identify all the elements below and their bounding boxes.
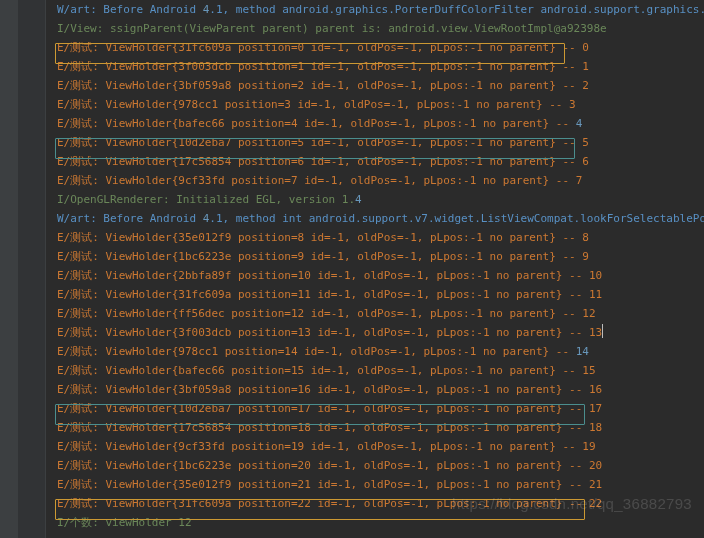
log-tail: 7 — [576, 174, 583, 187]
log-body: : ssignParent(ViewParent parent) parent … — [97, 22, 607, 35]
log-line[interactable]: E/测试: ViewHolder{9cf33fd position=19 id=… — [55, 437, 704, 456]
log-line[interactable]: I/个数: viewHolder 12 — [55, 513, 704, 532]
log-line[interactable]: E/测试: ViewHolder{3f003dcb position=1 id=… — [55, 57, 704, 76]
log-tail: 17 — [589, 402, 602, 415]
log-body: : ViewHolder{2bbfa89f position=10 id=-1,… — [92, 269, 589, 282]
log-line[interactable]: E/测试: ViewHolder{31fc609a position=0 id=… — [55, 38, 704, 57]
log-tail: 6 — [582, 155, 589, 168]
log-body: : ViewHolder{17c56854 position=6 id=-1, … — [92, 155, 582, 168]
log-body: : ViewHolder{3bf059a8 position=2 id=-1, … — [92, 79, 582, 92]
log-line[interactable]: E/测试: ViewHolder{17c56854 position=6 id=… — [55, 152, 704, 171]
log-line[interactable]: E/测试: ViewHolder{31fc609a position=11 id… — [55, 285, 704, 304]
log-tail: 18 — [589, 421, 602, 434]
text-cursor — [602, 324, 603, 338]
log-tag: E/测试 — [57, 383, 92, 396]
log-body: : Before Android — [90, 3, 203, 16]
log-body: : ViewHolder{9cf33fd position=19 id=-1, … — [92, 440, 582, 453]
log-tag: E/测试 — [57, 497, 92, 510]
log-line[interactable]: E/测试: ViewHolder{978cc1 position=3 id=-1… — [55, 95, 704, 114]
watermark-text: https://blog.csdn.net/qq_36882793 — [452, 494, 692, 513]
log-line[interactable]: E/测试: ViewHolder{9cf33fd position=7 id=-… — [55, 171, 704, 190]
log-tail: 0 — [582, 41, 589, 54]
log-body: : ViewHolder{9cf33fd position=7 id=-1, o… — [92, 174, 575, 187]
log-line[interactable]: E/测试: ViewHolder{bafec66 position=15 id=… — [55, 361, 704, 380]
log-line[interactable]: E/测试: ViewHolder{10d2eba7 position=17 id… — [55, 399, 704, 418]
log-tag: E/测试 — [57, 326, 92, 339]
log-tag: E/测试 — [57, 307, 92, 320]
log-tail: 15 — [582, 364, 595, 377]
log-line[interactable]: I/View: ssignParent(ViewParent parent) p… — [55, 19, 704, 38]
logcat-output[interactable]: W/art: Before Android 4.1, method androi… — [55, 0, 704, 532]
log-body: .1, method int android.support.v7.widget… — [209, 212, 704, 225]
log-tag: E/测试 — [57, 155, 92, 168]
log-body: : ViewHolder{17c56854 position=18 id=-1,… — [92, 421, 589, 434]
log-line[interactable]: E/测试: ViewHolder{3bf059a8 position=2 id=… — [55, 76, 704, 95]
log-tag: E/测试 — [57, 98, 92, 111]
log-tag: E/测试 — [57, 117, 92, 130]
log-line[interactable]: E/测试: ViewHolder{ff56dec position=12 id=… — [55, 304, 704, 323]
log-tail: 8 — [582, 231, 589, 244]
log-tail: 2 — [582, 79, 589, 92]
log-body: : ViewHolder{31fc609a position=0 id=-1, … — [92, 41, 582, 54]
log-body: : ViewHolder{3f003dcb position=1 id=-1, … — [92, 60, 582, 73]
log-tail: 11 — [589, 288, 602, 301]
log-tag: E/测试 — [57, 440, 92, 453]
log-tail: 5 — [582, 136, 589, 149]
log-tail: 10 — [589, 269, 602, 282]
log-line[interactable]: E/测试: ViewHolder{3f003dcb position=13 id… — [55, 323, 704, 342]
log-body: : ViewHolder{1bc6223e position=20 id=-1,… — [92, 459, 589, 472]
log-tag: E/测试 — [57, 345, 92, 358]
log-tag: I/View — [57, 22, 97, 35]
log-tail: 9 — [582, 250, 589, 263]
log-tag: E/测试 — [57, 60, 92, 73]
log-line[interactable]: E/测试: ViewHolder{978cc1 position=14 id=-… — [55, 342, 704, 361]
log-tag: I/OpenGLRenderer — [57, 193, 163, 206]
log-tail: 1 — [582, 60, 589, 73]
log-line[interactable]: I/OpenGLRenderer: Initialized EGL, versi… — [55, 190, 704, 209]
log-line[interactable]: E/测试: ViewHolder{35e012f9 position=21 id… — [55, 475, 704, 494]
log-line[interactable]: E/测试: ViewHolder{bafec66 position=4 id=-… — [55, 114, 704, 133]
log-body: : ViewHolder{ff56dec position=12 id=-1, … — [92, 307, 582, 320]
log-tag: E/测试 — [57, 288, 92, 301]
log-tag: W/art — [57, 212, 90, 225]
log-tag: E/测试 — [57, 174, 92, 187]
log-tail: 19 — [582, 440, 595, 453]
log-tag: E/测试 — [57, 269, 92, 282]
log-line[interactable]: E/测试: ViewHolder{1bc6223e position=20 id… — [55, 456, 704, 475]
log-body: : ViewHolder{31fc609a position=11 id=-1,… — [92, 288, 589, 301]
log-body: : ViewHolder{35e012f9 position=8 id=-1, … — [92, 231, 582, 244]
log-body: : ViewHolder{978cc1 position=3 id=-1, ol… — [92, 98, 569, 111]
log-tag: E/测试 — [57, 231, 92, 244]
log-tag: I/个数 — [57, 516, 92, 529]
log-body: : ViewHolder{bafec66 position=4 id=-1, o… — [92, 117, 575, 130]
log-line[interactable]: E/测试: ViewHolder{2bbfa89f position=10 id… — [55, 266, 704, 285]
log-body: : Before Android — [90, 212, 203, 225]
log-body: : ViewHolder{10d2eba7 position=17 id=-1,… — [92, 402, 589, 415]
log-body: : ViewHolder{1bc6223e position=9 id=-1, … — [92, 250, 582, 263]
log-tag: E/测试 — [57, 41, 92, 54]
log-body: : ViewHolder{35e012f9 position=21 id=-1,… — [92, 478, 589, 491]
log-body: : viewHolder 12 — [92, 516, 191, 529]
log-body: : ViewHolder{10d2eba7 position=5 id=-1, … — [92, 136, 582, 149]
log-tag: E/测试 — [57, 79, 92, 92]
log-tag: E/测试 — [57, 421, 92, 434]
log-tag: E/测试 — [57, 402, 92, 415]
log-tag: W/art — [57, 3, 90, 16]
log-line[interactable]: E/测试: ViewHolder{35e012f9 position=8 id=… — [55, 228, 704, 247]
log-body: : ViewHolder{3f003dcb position=13 id=-1,… — [92, 326, 589, 339]
log-tag: E/测试 — [57, 478, 92, 491]
log-tail-number: 14 — [576, 345, 589, 358]
log-tail: 20 — [589, 459, 602, 472]
log-tail: 16 — [589, 383, 602, 396]
log-line[interactable]: W/art: Before Android 4.1, method int an… — [55, 209, 704, 228]
log-tag: E/测试 — [57, 250, 92, 263]
log-line[interactable]: E/测试: ViewHolder{10d2eba7 position=5 id=… — [55, 133, 704, 152]
log-body: : Initialized EGL, version 1. — [163, 193, 355, 206]
log-line[interactable]: E/测试: ViewHolder{17c56854 position=18 id… — [55, 418, 704, 437]
gutter-bar — [0, 0, 18, 538]
log-body: : ViewHolder{bafec66 position=15 id=-1, … — [92, 364, 582, 377]
log-line[interactable]: W/art: Before Android 4.1, method androi… — [55, 0, 704, 19]
log-body: .1, method android.graphics.PorterDuffCo… — [209, 3, 704, 16]
log-line[interactable]: E/测试: ViewHolder{3bf059a8 position=16 id… — [55, 380, 704, 399]
log-line[interactable]: E/测试: ViewHolder{1bc6223e position=9 id=… — [55, 247, 704, 266]
